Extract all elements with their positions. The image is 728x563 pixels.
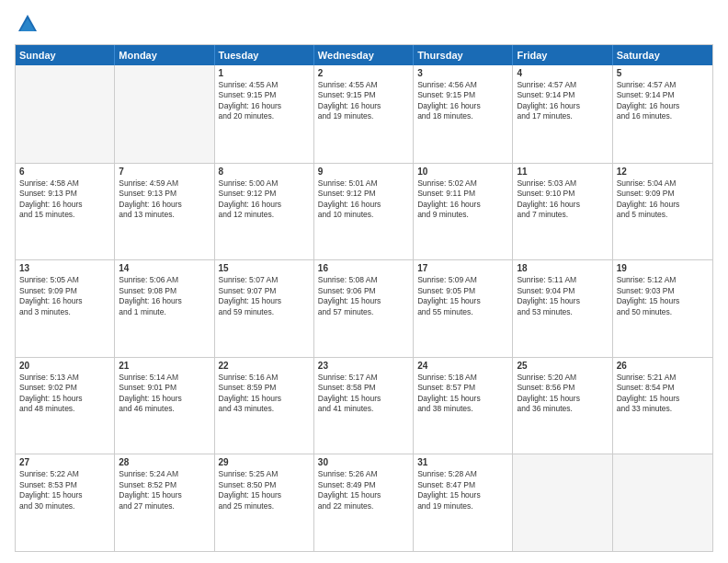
cell-line: Daylight: 15 hours <box>219 490 310 500</box>
day-number: 23 <box>318 361 409 371</box>
cell-line: Daylight: 16 hours <box>517 101 608 111</box>
cell-line: Daylight: 16 hours <box>617 101 709 111</box>
day-number: 14 <box>119 263 210 273</box>
cell-line: Sunset: 9:01 PM <box>119 383 210 393</box>
cell-line: Sunrise: 5:01 AM <box>318 178 409 189</box>
cal-header-cell: Monday <box>115 45 214 65</box>
cell-line: Sunrise: 5:21 AM <box>617 373 709 383</box>
cell-line: and 55 minutes. <box>417 307 508 317</box>
calendar-cell: 18Sunrise: 5:11 AMSunset: 9:04 PMDayligh… <box>513 260 612 357</box>
cell-line: Daylight: 16 hours <box>417 200 508 210</box>
day-number: 7 <box>119 167 210 177</box>
cell-line: Sunset: 9:12 PM <box>219 189 310 199</box>
cell-line: Sunrise: 4:57 AM <box>617 80 709 90</box>
logo <box>15 11 44 37</box>
cell-line: Sunrise: 5:04 AM <box>617 178 709 189</box>
cell-line: Daylight: 16 hours <box>119 296 210 306</box>
cell-line: Sunset: 9:10 PM <box>517 189 608 199</box>
calendar-cell: 14Sunrise: 5:06 AMSunset: 9:08 PMDayligh… <box>115 260 214 357</box>
calendar-cell: 7Sunrise: 4:59 AMSunset: 9:13 PMDaylight… <box>115 164 214 260</box>
day-number: 19 <box>617 263 709 273</box>
cell-line: Daylight: 15 hours <box>119 490 210 500</box>
cell-line: Sunset: 8:47 PM <box>417 480 508 490</box>
cell-line: Sunrise: 4:59 AM <box>119 178 210 189</box>
cell-line: and 57 minutes. <box>318 307 409 317</box>
cell-line: and 15 minutes. <box>19 210 110 220</box>
cell-line: and 13 minutes. <box>119 210 210 220</box>
cell-line: Sunset: 9:05 PM <box>417 286 508 296</box>
cal-header-cell: Tuesday <box>215 45 314 65</box>
calendar-row: 6Sunrise: 4:58 AMSunset: 9:13 PMDaylight… <box>16 163 712 260</box>
cell-line: Sunrise: 4:56 AM <box>417 80 508 90</box>
cell-line: and 36 minutes. <box>517 404 608 414</box>
cell-line: Sunrise: 4:55 AM <box>318 80 409 90</box>
cell-line: and 43 minutes. <box>219 404 310 414</box>
cell-line: Sunset: 8:50 PM <box>219 480 310 490</box>
cell-line: Sunset: 8:59 PM <box>219 383 310 393</box>
cell-line: and 50 minutes. <box>617 307 709 317</box>
calendar-cell: 27Sunrise: 5:22 AMSunset: 8:53 PMDayligh… <box>16 454 115 551</box>
cell-line: and 41 minutes. <box>318 404 409 414</box>
day-number: 22 <box>219 361 310 371</box>
cell-line: and 27 minutes. <box>119 501 210 511</box>
day-number: 28 <box>119 457 210 467</box>
calendar-row: 1Sunrise: 4:55 AMSunset: 9:15 PMDaylight… <box>16 65 712 163</box>
cell-line: Sunset: 8:49 PM <box>318 480 409 490</box>
cell-line: Sunset: 9:13 PM <box>19 189 110 199</box>
cell-line: and 30 minutes. <box>19 501 110 511</box>
calendar-cell: 20Sunrise: 5:13 AMSunset: 9:02 PMDayligh… <box>16 358 115 454</box>
cell-line: Daylight: 15 hours <box>19 490 110 500</box>
cell-line: and 12 minutes. <box>219 210 310 220</box>
day-number: 8 <box>219 167 310 177</box>
cal-header-cell: Thursday <box>414 45 513 65</box>
calendar-cell: 25Sunrise: 5:20 AMSunset: 8:56 PMDayligh… <box>513 358 612 454</box>
calendar-cell <box>513 454 612 551</box>
cell-line: Sunset: 9:03 PM <box>617 286 709 296</box>
day-number: 26 <box>617 361 709 371</box>
cell-line: Daylight: 15 hours <box>318 490 409 500</box>
cell-line: Sunrise: 4:55 AM <box>219 80 310 90</box>
cell-line: Sunset: 9:04 PM <box>517 286 608 296</box>
calendar-cell: 17Sunrise: 5:09 AMSunset: 9:05 PMDayligh… <box>414 260 513 357</box>
day-number: 20 <box>19 361 110 371</box>
cell-line: Sunset: 9:11 PM <box>417 189 508 199</box>
cell-line: Daylight: 15 hours <box>617 394 709 404</box>
calendar-cell: 31Sunrise: 5:28 AMSunset: 8:47 PMDayligh… <box>414 454 513 551</box>
cal-header-cell: Sunday <box>16 45 115 65</box>
cell-line: Sunset: 9:15 PM <box>417 90 508 100</box>
cell-line: Daylight: 15 hours <box>318 394 409 404</box>
day-number: 11 <box>517 167 608 177</box>
cell-line: Daylight: 15 hours <box>417 490 508 500</box>
calendar-cell: 10Sunrise: 5:02 AMSunset: 9:11 PMDayligh… <box>414 164 513 260</box>
cell-line: Daylight: 16 hours <box>318 101 409 111</box>
cell-line: Sunrise: 5:02 AM <box>417 178 508 189</box>
cell-line: Sunrise: 5:13 AM <box>19 373 110 383</box>
cell-line: Sunrise: 5:16 AM <box>219 373 310 383</box>
cell-line: Sunset: 8:57 PM <box>417 383 508 393</box>
cell-line: Daylight: 15 hours <box>517 394 608 404</box>
cell-line: Sunrise: 5:24 AM <box>119 469 210 479</box>
day-number: 4 <box>517 68 608 78</box>
cell-line: Daylight: 15 hours <box>617 296 709 306</box>
cell-line: and 33 minutes. <box>617 404 709 414</box>
cell-line: Sunrise: 5:20 AM <box>517 373 608 383</box>
cell-line: Daylight: 15 hours <box>119 394 210 404</box>
cell-line: Daylight: 16 hours <box>219 200 310 210</box>
day-number: 25 <box>517 361 608 371</box>
calendar-row: 20Sunrise: 5:13 AMSunset: 9:02 PMDayligh… <box>16 357 712 454</box>
cell-line: Daylight: 16 hours <box>318 200 409 210</box>
calendar-cell: 30Sunrise: 5:26 AMSunset: 8:49 PMDayligh… <box>314 454 414 551</box>
cell-line: Sunrise: 5:00 AM <box>219 178 310 189</box>
cell-line: Sunrise: 5:17 AM <box>318 373 409 383</box>
calendar-cell: 23Sunrise: 5:17 AMSunset: 8:58 PMDayligh… <box>314 358 414 454</box>
cell-line: Sunset: 9:14 PM <box>617 90 709 100</box>
day-number: 16 <box>318 263 409 273</box>
calendar-cell: 9Sunrise: 5:01 AMSunset: 9:12 PMDaylight… <box>314 164 414 260</box>
cell-line: Sunrise: 5:09 AM <box>417 275 508 285</box>
day-number: 6 <box>19 167 110 177</box>
cell-line: Sunset: 9:07 PM <box>219 286 310 296</box>
day-number: 10 <box>417 167 508 177</box>
cell-line: and 18 minutes. <box>417 111 508 121</box>
cell-line: Sunrise: 5:18 AM <box>417 373 508 383</box>
day-number: 31 <box>417 457 508 467</box>
